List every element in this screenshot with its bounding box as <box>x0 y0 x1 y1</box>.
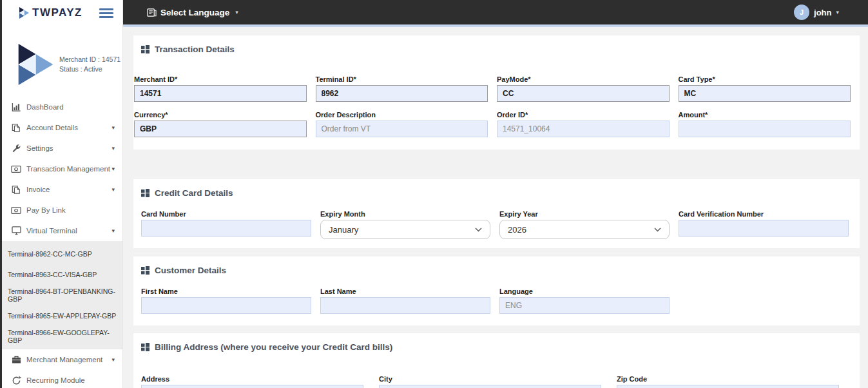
merchant-id-text: Merchant ID : 14571 <box>59 55 121 64</box>
amount-field[interactable] <box>679 121 851 137</box>
card-verification-number-field[interactable] <box>679 220 849 237</box>
chevron-down-icon: ▾ <box>111 124 115 131</box>
sidebar-item-label: Recurring Module <box>26 376 85 384</box>
card-type-field[interactable] <box>679 85 851 102</box>
avatar: J <box>794 5 809 20</box>
user-menu[interactable]: J john ▾ <box>794 5 839 20</box>
grid-icon <box>141 266 149 275</box>
language-dropdown[interactable]: Select Language ▾ <box>147 8 238 17</box>
terminal-label: Terminal-8966-EW-GOOGLEPAY-GBP <box>8 329 122 344</box>
order-id-field[interactable] <box>497 121 670 137</box>
field-label-paymode: PayMode* <box>497 75 670 83</box>
field-label-order-id: Order ID* <box>497 111 670 119</box>
merchant-block: Merchant ID : 14571 Status : Active <box>0 44 122 85</box>
field-label-expiry-month: Expiry Month <box>320 210 490 218</box>
terminal-submenu: Terminal-8962-CC-MC-GBP Terminal-8963-CC… <box>0 241 122 349</box>
window-left-edge <box>0 0 2 388</box>
merchant-logo-icon <box>18 44 53 85</box>
grid-icon <box>141 189 149 197</box>
sidebar-item-virtual-terminal[interactable]: Virtual Terminal ▾ <box>0 220 122 241</box>
expiry-year-select[interactable]: 2026 <box>499 220 670 239</box>
section-title: Customer Details <box>155 266 226 275</box>
sidebar-item-merchant-management[interactable]: Merchant Management ▾ <box>0 349 122 370</box>
field-label-terminal-id: Terminal ID* <box>316 75 488 83</box>
sidebar-item-pay-by-link[interactable]: Pay By Link <box>0 200 122 220</box>
chevron-down-icon: ▾ <box>235 9 238 15</box>
sidebar-item-settings[interactable]: Settings ▾ <box>0 138 122 159</box>
sidebar-item-label: Transaction Management <box>26 165 110 173</box>
sidebar-nav: DashBoard Account Details ▾ Settings ▾ <box>0 97 122 388</box>
banknote-icon <box>11 205 21 215</box>
sidebar-item-label: Account Details <box>26 124 78 131</box>
zip-code-field[interactable] <box>617 385 839 388</box>
billing-address-panel: Billing Address (where you receive your … <box>133 333 860 388</box>
chevron-down-icon: ▾ <box>111 186 115 193</box>
terminal-id-field[interactable] <box>316 85 488 102</box>
first-name-field[interactable] <box>141 297 311 314</box>
section-header: Customer Details <box>133 257 860 275</box>
city-field[interactable] <box>379 385 601 388</box>
sidebar-item-terminal-8963[interactable]: Terminal-8963-CC-VISA-GBP <box>0 264 122 285</box>
field-label-address: Address <box>141 375 363 383</box>
section-title: Credit Card Details <box>155 188 233 198</box>
topbar: Select Language ▾ J john ▾ <box>123 0 868 24</box>
credit-card-details-panel: Credit Card Details Card Number Expiry M… <box>133 179 860 248</box>
refresh-icon <box>11 375 21 385</box>
bar-chart-icon <box>11 102 21 112</box>
chevron-down-icon <box>475 228 482 232</box>
sidebar-item-transaction-management[interactable]: Transaction Management ▾ <box>0 159 122 179</box>
brand-logo-icon <box>19 7 29 19</box>
field-label-last-name: Last Name <box>320 287 490 295</box>
banknote-icon <box>11 164 21 174</box>
chevron-down-icon: ▾ <box>111 166 115 172</box>
field-label-expiry-year: Expiry Year <box>499 210 670 218</box>
section-header: Transaction Details <box>133 35 860 54</box>
currency-field[interactable] <box>134 121 307 137</box>
paymode-field[interactable] <box>497 85 670 102</box>
transaction-details-panel: Transaction Details Merchant ID* Termina… <box>133 35 860 150</box>
file-copy-icon <box>11 122 21 133</box>
sidebar-item-terminal-8966[interactable]: Terminal-8966-EW-GOOGLEPAY-GBP <box>0 326 122 347</box>
section-header: Billing Address (where you receive your … <box>133 333 860 352</box>
card-number-field[interactable] <box>141 220 311 237</box>
sidebar-item-recurring-module[interactable]: Recurring Module <box>0 370 122 388</box>
chevron-down-icon: ▾ <box>111 356 115 363</box>
sidebar-item-terminal-8962[interactable]: Terminal-8962-CC-MC-GBP <box>0 244 122 264</box>
file-copy-icon <box>11 184 21 195</box>
sidebar-header: TWPAYZ <box>0 0 122 26</box>
field-label-merchant-id: Merchant ID* <box>134 75 307 83</box>
sidebar-item-dashboard[interactable]: DashBoard <box>0 97 122 117</box>
wrench-icon <box>11 143 21 153</box>
field-label-city: City <box>379 375 601 383</box>
section-header: Credit Card Details <box>133 179 860 198</box>
field-label-cvn: Card Verification Number <box>679 210 849 218</box>
language-field[interactable] <box>499 297 670 314</box>
address-field[interactable] <box>141 385 363 388</box>
language-icon <box>147 8 157 17</box>
order-description-field[interactable] <box>316 121 488 137</box>
chevron-down-icon <box>654 228 661 232</box>
chevron-down-icon: ▾ <box>836 9 839 15</box>
last-name-field[interactable] <box>320 297 490 314</box>
field-label-order-description: Order Description <box>316 111 488 119</box>
field-label-zip-code: Zip Code <box>617 375 839 383</box>
field-label-first-name: First Name <box>141 287 311 295</box>
sidebar-item-label: Merchant Management <box>26 356 102 364</box>
hamburger-menu-icon[interactable] <box>99 6 113 20</box>
app-root: TWPAYZ Merchant ID : 14571 Status : Acti… <box>0 0 868 388</box>
sidebar-item-account-details[interactable]: Account Details ▾ <box>0 117 122 138</box>
sidebar: TWPAYZ Merchant ID : 14571 Status : Acti… <box>0 0 123 388</box>
terminal-label: Terminal-8962-CC-MC-GBP <box>8 250 92 258</box>
sidebar-item-terminal-8964[interactable]: Terminal-8964-BT-OPENBANKING-GBP <box>0 285 122 306</box>
section-title: Transaction Details <box>155 44 235 54</box>
merchant-id-field[interactable] <box>134 85 307 102</box>
chevron-down-icon: ▾ <box>111 145 115 151</box>
expiry-month-select[interactable]: January <box>320 220 490 239</box>
sidebar-item-invoice[interactable]: Invoice ▾ <box>0 179 122 200</box>
sidebar-item-terminal-8965[interactable]: Terminal-8965-EW-APPLEPAY-GBP <box>0 306 122 326</box>
merchant-status-text: Status : Active <box>59 64 121 74</box>
terminal-label: Terminal-8965-EW-APPLEPAY-GBP <box>8 312 116 320</box>
customer-details-panel: Customer Details First Name Last Name La… <box>133 257 860 325</box>
terminal-label: Terminal-8963-CC-VISA-GBP <box>8 271 97 278</box>
expiry-month-value: January <box>329 225 358 235</box>
